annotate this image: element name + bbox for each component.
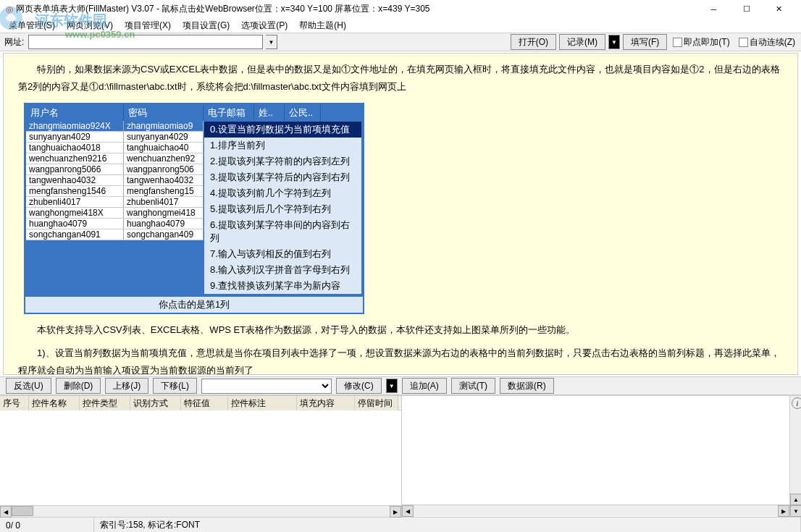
instant-add-label: 即点即加(T) (684, 36, 729, 48)
right-scrollbar-v[interactable]: i ▲ ▼ (789, 396, 801, 517)
grid-col-header[interactable]: 特征值 (181, 396, 228, 410)
context-menu: 0.设置当前列数据为当前项填充值1.排序当前列2.提取该列某字符前的内容到左列3… (204, 121, 362, 295)
cell-user: tanghuaichao4018 (26, 143, 124, 153)
grid-col-header[interactable]: 填充内容 (297, 396, 355, 410)
data-rows: zhangmiaomiao924Xzhangmiaomiao9sunyanyan… (26, 121, 204, 295)
test-button[interactable]: 测试(T) (451, 378, 495, 394)
status-index: 索引号:158, 标记名:FONT (94, 518, 801, 532)
menu-manage[interactable]: 菜单管理(S) (3, 18, 61, 33)
table-row[interactable]: wenchuanzhen9216wenchuanzhen92 (26, 153, 204, 164)
close-button[interactable]: ✕ (763, 0, 795, 18)
menu-project[interactable]: 项目管理(X) (119, 18, 177, 33)
cell-user: tangwenhao4032 (26, 175, 124, 186)
modify-button[interactable]: 修改(C) (336, 378, 382, 394)
delete-button[interactable]: 删除(D) (56, 378, 101, 394)
fill-button[interactable]: 填写(F) (623, 34, 667, 50)
col-email[interactable]: 电子邮箱 (204, 105, 254, 121)
paragraph-2: 本软件支持导入CSV列表、EXCEL表格、WPS ET表格作为数据源，对于导入的… (18, 321, 783, 339)
datasource-button[interactable]: 数据源(R) (500, 378, 554, 394)
grid-body[interactable] (0, 410, 401, 505)
moveup-button[interactable]: 上移(J) (105, 378, 148, 394)
cell-pass: tangwenhao4032 (124, 175, 204, 186)
context-item[interactable]: 6.提取该列某字符串间的内容到右列 (204, 217, 361, 246)
record-button[interactable]: 记录(M) (559, 34, 605, 50)
cell-user: wangpanrong5066 (26, 164, 124, 175)
grid-col-header[interactable]: 控件标注 (228, 396, 297, 410)
scroll-down-icon[interactable]: ▼ (790, 505, 801, 517)
preview-pane[interactable]: ◀ ▶ (402, 396, 789, 517)
data-footer: 你点击的是第1列 (24, 297, 364, 314)
cell-user: wenchuanzhen9216 (26, 153, 124, 164)
url-input[interactable] (28, 35, 263, 49)
movedown-button[interactable]: 下移(L) (153, 378, 197, 394)
menu-bar: 菜单管理(S) 网页浏览(V) 项目管理(X) 项目设置(G) 选项设置(P) … (0, 18, 801, 33)
info-icon[interactable]: i (792, 397, 801, 409)
cell-pass: wangpanrong506 (124, 164, 204, 175)
context-item[interactable]: 4.提取该列前几个字符到左列 (204, 185, 361, 201)
context-item[interactable]: 2.提取该列某字符前的内容到左列 (204, 153, 361, 169)
instant-add-checkbox[interactable] (673, 38, 682, 47)
context-item[interactable]: 1.排序当前列 (204, 138, 361, 153)
scroll-right-icon[interactable]: ▶ (778, 505, 789, 517)
scroll-thumb[interactable] (12, 506, 33, 516)
scroll-right-icon[interactable]: ▶ (390, 506, 401, 518)
menu-project-settings[interactable]: 项目设置(G) (177, 18, 235, 33)
minimize-button[interactable]: ─ (697, 0, 730, 18)
status-bar: 0/ 0 索引号:158, 标记名:FONT (0, 517, 801, 532)
table-row[interactable]: wangpanrong5066wangpanrong506 (26, 164, 204, 175)
table-row[interactable]: tangwenhao4032tangwenhao4032 (26, 175, 204, 186)
context-item[interactable]: 9.查找替换该列某字串为新内容 (204, 278, 361, 294)
cell-user: zhangmiaomiao924X (26, 121, 124, 132)
table-row[interactable]: sunyanyan4029sunyanyan4029 (26, 132, 204, 143)
data-header: 用户名 密码 电子邮箱 姓.. 公民.. (26, 105, 362, 121)
grid-scrollbar-h[interactable]: ◀ ▶ (0, 505, 401, 517)
grid-col-header[interactable]: 停留时间 (355, 396, 398, 410)
grid-col-header[interactable]: 序号 (0, 396, 29, 410)
scroll-left-icon[interactable]: ◀ (0, 506, 12, 518)
url-dropdown[interactable]: ▼ (266, 35, 277, 49)
grid-col-header[interactable]: 识别方式 (130, 396, 181, 410)
grid-col-header[interactable]: 控件类型 (80, 396, 130, 410)
cell-pass: wanghongmei418 (124, 208, 204, 219)
scroll-left-icon[interactable]: ◀ (402, 505, 414, 517)
col-username[interactable]: 用户名 (26, 105, 124, 121)
url-toolbar: 网址: ▼ 打开(O) 记录(M) ▼ 填写(F) 即点即加(T) 自动连续(Z… (0, 33, 801, 51)
auto-continuous-checkbox[interactable] (739, 38, 748, 47)
table-row[interactable]: mengfansheng1546mengfansheng15 (26, 186, 204, 197)
modify-dropdown[interactable]: ▼ (386, 379, 398, 393)
context-item[interactable]: 7.输入与该列相反的值到右列 (204, 246, 361, 262)
menu-help[interactable]: 帮助主题(H) (293, 18, 352, 33)
col-password[interactable]: 密码 (124, 105, 204, 121)
field-select[interactable] (201, 379, 332, 394)
table-row[interactable]: zhubenli4017zhubenli4017 (26, 197, 204, 208)
table-row[interactable]: wanghongmei418Xwanghongmei418 (26, 208, 204, 219)
context-item[interactable]: 8.输入该列汉字拼音首字母到右列 (204, 262, 361, 278)
grid-col-header[interactable]: 控件名称 (29, 396, 80, 410)
context-item[interactable]: 0.设置当前列数据为当前项填充值 (204, 122, 361, 138)
context-item[interactable]: 5.提取该列后几个字符到右列 (204, 201, 361, 217)
cell-user: wanghongmei418X (26, 208, 124, 219)
append-button[interactable]: 追加(A) (402, 378, 447, 394)
right-scrollbar-h[interactable]: ◀ ▶ (402, 504, 789, 516)
col-extra[interactable]: 公民.. (285, 105, 321, 121)
cell-pass: mengfansheng15 (124, 186, 204, 197)
cell-pass: zhubenli4017 (124, 197, 204, 208)
scroll-up-icon[interactable]: ▲ (790, 494, 801, 505)
grid-pane: 序号控件名称控件类型识别方式特征值控件标注填充内容停留时间 ◀ ▶ (0, 396, 402, 517)
table-row[interactable]: huanghao4079huanghao4079 (26, 219, 204, 229)
record-dropdown[interactable]: ▼ (608, 35, 620, 49)
title-bar: ◎ 网页表单填表大师(FillMaster) V3.07 - 鼠标点击处WebB… (0, 0, 801, 18)
context-item[interactable]: 3.提取该列某字符后的内容到右列 (204, 169, 361, 185)
menu-browse[interactable]: 网页浏览(V) (61, 18, 119, 33)
cell-user: huanghao4079 (26, 219, 124, 229)
invert-button[interactable]: 反选(U) (6, 378, 51, 394)
col-name[interactable]: 姓.. (254, 105, 285, 121)
maximize-button[interactable]: ☐ (730, 0, 763, 18)
cell-pass: tanghuaichao40 (124, 143, 204, 153)
menu-options[interactable]: 选项设置(P) (235, 18, 293, 33)
table-row[interactable]: zhangmiaomiao924Xzhangmiaomiao9 (26, 121, 204, 132)
table-row[interactable]: songchangan4091songchangan409 (26, 229, 204, 240)
table-row[interactable]: tanghuaichao4018tanghuaichao40 (26, 143, 204, 153)
open-button[interactable]: 打开(O) (511, 34, 556, 50)
auto-continuous-label: 自动连续(Z) (750, 36, 795, 48)
